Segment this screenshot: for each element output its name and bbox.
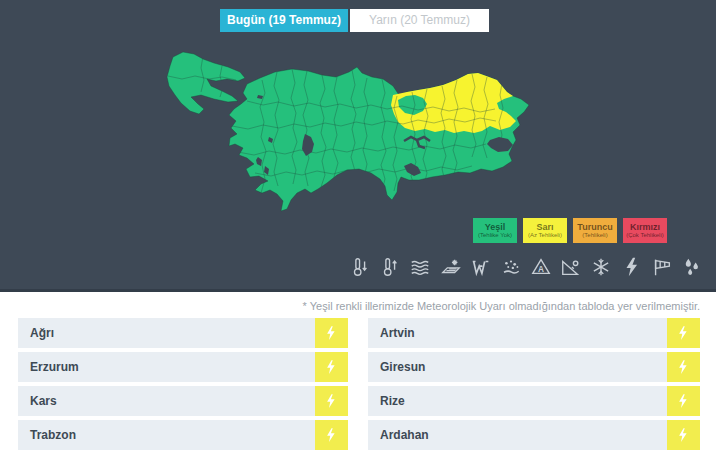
province-name: Ardahan <box>368 420 667 450</box>
weather-warning-page: Bugün (19 Temmuz) Yarın (20 Temmuz) Yeşi… <box>0 0 716 450</box>
legend-red: Kırmızı (Çok Tehlikeli) <box>623 218 667 243</box>
high-temperature-icon[interactable] <box>378 255 402 279</box>
ground-frost-icon[interactable] <box>439 255 463 279</box>
thunderstorm-icon[interactable] <box>620 255 644 279</box>
strong-wind-icon[interactable] <box>650 255 674 279</box>
lightning-icon <box>315 420 348 450</box>
map-region-thrace[interactable] <box>167 52 245 114</box>
table-row[interactable]: Ağrı <box>18 318 348 348</box>
turkey-map[interactable] <box>0 0 716 292</box>
svg-text:A: A <box>538 265 544 274</box>
table-row[interactable]: Kars <box>18 386 348 416</box>
lightning-icon <box>315 386 348 416</box>
fog-icon[interactable] <box>408 255 432 279</box>
table-row[interactable]: Giresun <box>368 352 700 382</box>
legend-yellow: Sarı (Az Tehlikeli) <box>523 218 567 243</box>
table-row[interactable]: Rize <box>368 386 700 416</box>
rockfall-icon[interactable] <box>559 255 583 279</box>
heavy-rain-icon[interactable] <box>680 255 704 279</box>
table-row[interactable]: Trabzon <box>18 420 348 450</box>
table-row[interactable]: Artvin <box>368 318 700 348</box>
table-row[interactable]: Ardahan <box>368 420 700 450</box>
low-temperature-icon[interactable] <box>348 255 372 279</box>
lightning-icon <box>667 386 700 416</box>
lightning-icon <box>667 352 700 382</box>
province-name: Kars <box>18 386 315 416</box>
grass-frost-icon[interactable] <box>469 255 493 279</box>
map-panel: Bugün (19 Temmuz) Yarın (20 Temmuz) Yeşi… <box>0 0 716 292</box>
warning-type-icon-strip: A <box>348 254 704 280</box>
dust-storm-icon[interactable] <box>499 255 523 279</box>
warning-table-left-column: Ağrı Erzurum Kars Trabzon <box>18 318 348 450</box>
avalanche-icon[interactable]: A <box>529 255 553 279</box>
snow-icon[interactable] <box>589 255 613 279</box>
tab-today[interactable]: Bugün (19 Temmuz) <box>220 9 348 32</box>
lightning-icon <box>315 318 348 348</box>
lightning-icon <box>667 318 700 348</box>
warning-legend: Yeşil (Tehlike Yok) Sarı (Az Tehlikeli) … <box>473 218 667 243</box>
province-name: Rize <box>368 386 667 416</box>
green-provinces-note: * Yeşil renkli illerimizde Meteorolojik … <box>303 300 700 312</box>
province-name: Erzurum <box>18 352 315 382</box>
warning-table-right-column: Artvin Giresun Rize Ardahan <box>368 318 700 450</box>
province-name: Trabzon <box>18 420 315 450</box>
tab-tomorrow[interactable]: Yarın (20 Temmuz) <box>350 9 489 32</box>
legend-green: Yeşil (Tehlike Yok) <box>473 218 517 243</box>
province-name: Giresun <box>368 352 667 382</box>
lightning-icon <box>667 420 700 450</box>
lightning-icon <box>315 352 348 382</box>
province-name: Artvin <box>368 318 667 348</box>
legend-orange: Turuncu (Tehlikeli) <box>573 218 617 243</box>
table-row[interactable]: Erzurum <box>18 352 348 382</box>
province-name: Ağrı <box>18 318 315 348</box>
